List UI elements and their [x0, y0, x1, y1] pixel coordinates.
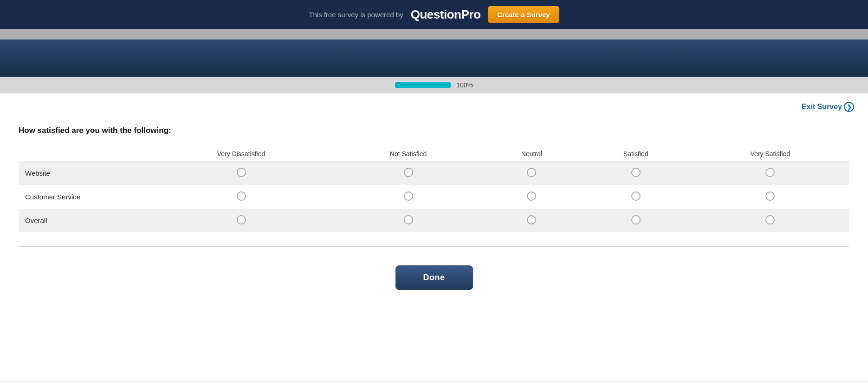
exit-survey-bar: Exit Survey ❯: [0, 93, 868, 117]
question-title: How satisfied are you with the following…: [19, 126, 849, 135]
radio-website-neutral[interactable]: [483, 161, 580, 185]
section-divider: [19, 246, 849, 247]
radio-icon[interactable]: [237, 215, 246, 224]
survey-content: Exit Survey ❯ How satisfied are you with…: [0, 93, 868, 382]
powered-by-text: This free survey is powered by: [309, 11, 403, 19]
radio-icon[interactable]: [765, 191, 775, 201]
table-row: Overall: [19, 209, 849, 232]
radio-cs-satisfied[interactable]: [581, 185, 691, 209]
table-row: Website: [19, 161, 849, 185]
matrix-table: Very Dissatisfied Not Satisfied Neutral …: [19, 146, 849, 232]
col-header-neutral: Neutral: [483, 146, 580, 161]
radio-cs-not-satisfied[interactable]: [334, 185, 483, 209]
radio-icon[interactable]: [765, 168, 775, 177]
radio-website-very-satisfied[interactable]: [691, 161, 849, 185]
row-label-overall: Overall: [19, 209, 149, 232]
col-header-very-satisfied: Very Satisfied: [691, 146, 849, 161]
radio-icon[interactable]: [765, 215, 775, 224]
row-label-website: Website: [19, 161, 149, 185]
survey-header-bar: [0, 40, 868, 77]
radio-icon[interactable]: [404, 191, 413, 201]
row-label-customer-service: Customer Service: [19, 185, 149, 209]
radio-cs-neutral[interactable]: [483, 185, 580, 209]
exit-survey-label: Exit Survey: [802, 103, 842, 111]
radio-icon[interactable]: [527, 215, 536, 224]
radio-icon[interactable]: [631, 191, 641, 201]
radio-icon[interactable]: [631, 168, 641, 177]
progress-fill: [395, 82, 451, 88]
exit-survey-link[interactable]: Exit Survey ❯: [802, 102, 854, 112]
radio-icon[interactable]: [527, 191, 536, 201]
radio-overall-very-dissatisfied[interactable]: [149, 209, 334, 232]
gray-spacer: [0, 29, 868, 40]
create-survey-button[interactable]: Create a Survey: [488, 6, 559, 23]
radio-overall-neutral[interactable]: [483, 209, 580, 232]
progress-area: 100%: [0, 77, 868, 93]
col-header-very-dissatisfied: Very Dissatisfied: [149, 146, 334, 161]
col-header-satisfied: Satisfied: [581, 146, 691, 161]
radio-icon[interactable]: [237, 168, 246, 177]
radio-overall-very-satisfied[interactable]: [691, 209, 849, 232]
radio-cs-very-satisfied[interactable]: [691, 185, 849, 209]
done-button[interactable]: Done: [395, 265, 473, 290]
table-row: Customer Service: [19, 185, 849, 209]
radio-website-satisfied[interactable]: [581, 161, 691, 185]
radio-icon[interactable]: [404, 215, 413, 224]
exit-chevron-icon: ❯: [844, 102, 854, 112]
radio-icon[interactable]: [527, 168, 536, 177]
progress-label: 100%: [456, 81, 473, 89]
brand-name: QuestionPro: [411, 7, 481, 22]
top-banner: This free survey is powered by QuestionP…: [0, 0, 868, 29]
radio-overall-satisfied[interactable]: [581, 209, 691, 232]
radio-icon[interactable]: [237, 191, 246, 201]
radio-website-very-dissatisfied[interactable]: [149, 161, 334, 185]
col-header-not-satisfied: Not Satisfied: [334, 146, 483, 161]
radio-cs-very-dissatisfied[interactable]: [149, 185, 334, 209]
done-button-area: Done: [0, 265, 868, 290]
progress-track: [395, 82, 451, 88]
radio-icon[interactable]: [404, 168, 413, 177]
radio-overall-not-satisfied[interactable]: [334, 209, 483, 232]
radio-icon[interactable]: [631, 215, 641, 224]
col-header-empty: [19, 146, 149, 161]
radio-website-not-satisfied[interactable]: [334, 161, 483, 185]
question-section: How satisfied are you with the following…: [0, 117, 868, 232]
